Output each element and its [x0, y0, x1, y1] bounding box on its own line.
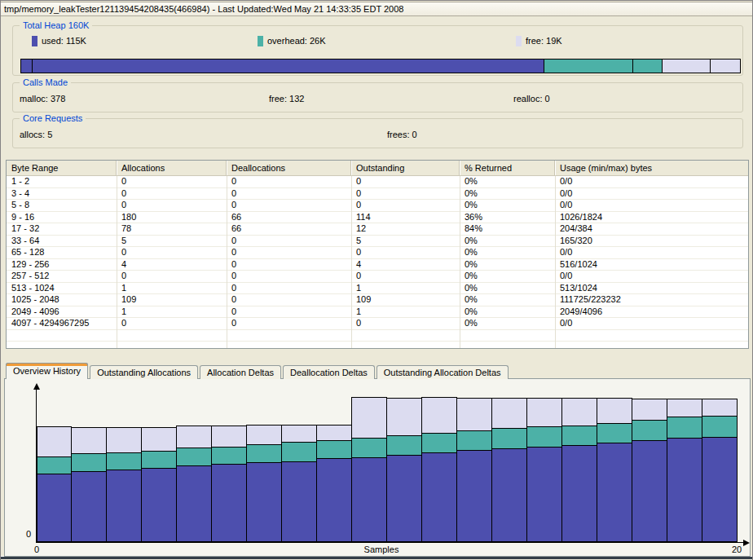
- table-cell: 1: [117, 306, 227, 318]
- table-cell: 0: [227, 306, 351, 318]
- table-cell: 78: [117, 223, 227, 235]
- chart-bar: [37, 426, 72, 542]
- column-header-usage-min-max-bytes[interactable]: Usage (min/max) bytes: [555, 161, 748, 175]
- chart-bar-segment-free: [667, 399, 702, 417]
- table-row[interactable]: 17 - 3278661284%204/384: [7, 223, 748, 236]
- table-cell: 0: [227, 200, 351, 211]
- heap-segment-overhead: [544, 60, 632, 73]
- heap-segment-used: [33, 60, 544, 73]
- chart-bar: [106, 427, 142, 542]
- chart-bar-segment-used: [561, 445, 597, 542]
- chart-bar: [316, 425, 352, 542]
- table-cell: 0: [351, 247, 460, 258]
- table-cell: 36%: [460, 212, 555, 223]
- chart-bar: [176, 426, 212, 542]
- chart-bar-segment-used: [702, 437, 738, 542]
- table-cell: 111725/223232: [555, 294, 748, 306]
- chart-bar-segment-free: [281, 425, 317, 443]
- chart-bar-segment-used: [526, 447, 562, 542]
- table-cell: [460, 330, 555, 342]
- table-row[interactable]: 1025 - 204810901090%111725/223232: [7, 294, 748, 306]
- chart-bar-segment-used: [37, 474, 72, 542]
- table-cell: 109: [117, 294, 227, 306]
- table-cell: 0: [117, 188, 227, 200]
- table-row[interactable]: 3 - 40000%0/0: [7, 188, 748, 201]
- x-axis-tick-0: 0: [34, 545, 39, 554]
- column-header-outstanding[interactable]: Outstanding: [351, 161, 460, 175]
- chart-bar-segment-overhead: [421, 433, 457, 453]
- table-cell: [351, 342, 460, 349]
- chart-bar-segment-free: [176, 426, 212, 448]
- realloc-count: realloc: 0: [513, 94, 550, 104]
- chart-bar-segment-free: [421, 397, 457, 434]
- table-header-row: Byte RangeAllocationsDeallocationsOutsta…: [7, 161, 748, 176]
- chart-bar: [561, 398, 597, 542]
- total-heap-group-label: Total Heap 160K: [20, 20, 92, 31]
- table-cell: 0: [227, 294, 351, 306]
- table-cell: 0%: [460, 306, 555, 318]
- legend-free-label: free: 19K: [526, 36, 562, 46]
- table-row[interactable]: 257 - 5120000%0/0: [7, 271, 748, 283]
- chart-bar-segment-overhead: [561, 426, 597, 446]
- table-cell: 66: [227, 223, 351, 235]
- table-row[interactable]: 513 - 10241010%513/1024: [7, 283, 748, 295]
- chart-bar-segment-used: [386, 455, 422, 542]
- table-column-separator: [351, 176, 352, 348]
- legend-used: used: 115K: [32, 36, 86, 47]
- table-cell: 257 - 512: [7, 271, 117, 282]
- chart-bar-segment-free: [316, 425, 352, 441]
- table-cell: 1025 - 2048: [7, 294, 117, 306]
- chart-bar-segment-free: [37, 426, 72, 457]
- column-header-byte-range[interactable]: Byte Range: [7, 161, 117, 175]
- chart-bar: [281, 425, 317, 542]
- x-axis-arrow-icon: [743, 540, 750, 546]
- allocation-table: Byte RangeAllocationsDeallocationsOutsta…: [6, 160, 749, 349]
- table-row[interactable]: 9 - 161806611436%1026/1824: [7, 212, 748, 224]
- table-cell: [117, 342, 227, 349]
- table-cell: 4097 - 4294967295: [7, 318, 117, 329]
- table-cell: 0%: [460, 283, 555, 294]
- chart-bar: [597, 398, 632, 542]
- tab-overview-history[interactable]: Overview History: [6, 363, 88, 379]
- table-row[interactable]: 2049 - 40961010%2049/4096: [7, 306, 748, 319]
- table-cell: 0%: [460, 318, 555, 329]
- table-row[interactable]: 5 - 80000%0/0: [7, 200, 748, 212]
- table-row[interactable]: 1 - 20000%0/0: [7, 176, 748, 188]
- tab-deallocation-deltas[interactable]: Deallocation Deltas: [283, 365, 375, 379]
- table-row[interactable]: 33 - 645050%165/320: [7, 236, 748, 248]
- table-cell: 0/0: [555, 247, 748, 258]
- table-column-separator: [555, 176, 556, 348]
- chart-bar-segment-overhead: [246, 444, 282, 463]
- table-cell: 5 - 8: [7, 200, 117, 211]
- table-row[interactable]: 4097 - 42949672950000%0/0: [7, 318, 748, 330]
- column-header-allocations[interactable]: Allocations: [117, 161, 227, 175]
- table-cell: 0: [227, 188, 351, 200]
- table-cell: 109: [351, 294, 460, 306]
- table-cell: 0: [227, 236, 351, 247]
- table-body: 1 - 20000%0/03 - 40000%0/05 - 80000%0/09…: [7, 176, 748, 348]
- calls-made-group-label: Calls Made: [20, 77, 71, 88]
- table-row[interactable]: 129 - 2564040%516/1024: [7, 259, 748, 271]
- chart-bar-segment-overhead: [456, 430, 492, 451]
- chart-bar-segment-used: [281, 461, 317, 542]
- tab-allocation-deltas[interactable]: Allocation Deltas: [200, 365, 281, 379]
- table-row[interactable]: 65 - 1280000%0/0: [7, 247, 748, 259]
- column-header-deallocations[interactable]: Deallocations: [227, 161, 351, 175]
- table-cell: [7, 342, 117, 349]
- window-title-bar: tmp/memory_leakTester121139454208435(466…: [1, 2, 752, 16]
- column-header--returned[interactable]: % Returned: [460, 161, 555, 175]
- chart-bar-segment-overhead: [386, 435, 422, 456]
- chart-bar-segment-overhead: [351, 438, 387, 458]
- table-cell: 0: [227, 283, 351, 294]
- tab-outstanding-allocations[interactable]: Outstanding Allocations: [90, 365, 198, 379]
- chart-bar-segment-overhead: [632, 420, 667, 441]
- table-cell: 0: [117, 247, 227, 258]
- legend-overhead-label: overhead: 26K: [267, 36, 326, 46]
- tab-outstanding-allocation-deltas[interactable]: Outstanding Allocation Deltas: [376, 365, 509, 379]
- chart-bar-segment-free: [351, 397, 387, 439]
- table-cell: 0/0: [555, 318, 748, 329]
- y-axis-tick-0: 0: [15, 529, 31, 539]
- table-cell: 513 - 1024: [7, 283, 117, 294]
- table-cell: 0: [351, 271, 460, 282]
- table-cell: 0: [227, 176, 351, 187]
